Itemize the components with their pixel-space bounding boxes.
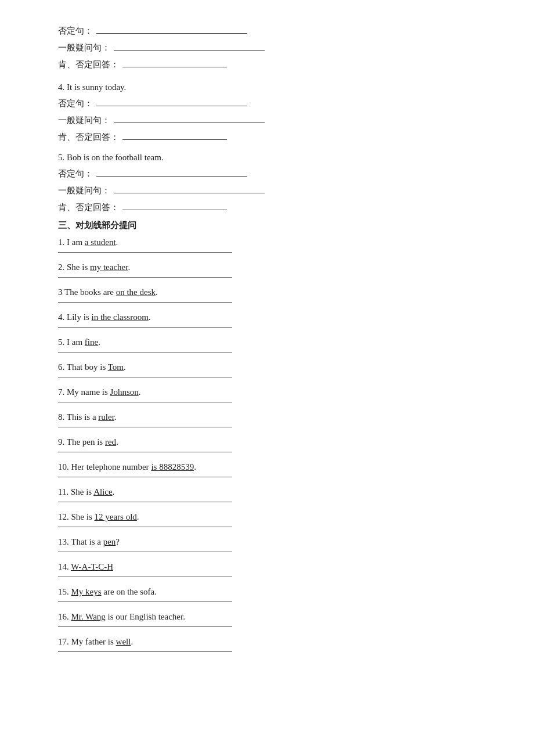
q9-prefix: 9. The pen is [58,437,105,447]
question-9-block: 9. The pen is red. [58,433,488,452]
s5-question-label: 一般疑问句： [58,183,110,199]
s4-negative-field[interactable] [96,96,247,106]
question-11-sentence: 11. She is Alice. [58,483,488,501]
q1-end: . [116,237,118,247]
s4-answer-row: 肯、否定回答： [58,129,488,145]
s4-negative-row: 否定句： [58,96,488,111]
q4-underline: in the classroom [92,312,149,322]
question-13-answer-line[interactable] [58,552,232,552]
question-8-block: 8. This is a ruler. [58,408,488,427]
q8-underline: ruler [98,412,114,422]
question-13-block: 13. That is a pen? [58,533,488,552]
question-6-answer-line[interactable] [58,377,232,377]
question-16-block: 16. Mr. Wang is our English teacher. [58,608,488,627]
question-15-sentence: 15. My keys are on the sofa. [58,583,488,600]
top-negative-field[interactable] [96,23,247,34]
question-14-answer-line[interactable] [58,577,232,577]
q7-prefix: 7. My name is [58,387,110,397]
q1-num: 1. I am [58,237,85,247]
question-9-sentence: 9. The pen is red. [58,433,488,451]
s5-answer-row: 肯、否定回答： [58,200,488,215]
q3-underline: on the desk [116,287,156,297]
question-1-answer-line[interactable] [58,252,232,253]
question-7-block: 7. My name is Johnson. [58,383,488,402]
question-17-block: 17. My father is well. [58,633,488,652]
q6-prefix: 6. That boy is [58,362,108,372]
s4-question-field[interactable] [114,113,265,123]
q16-underline: Mr. Wang [71,612,106,621]
s4-question-row: 一般疑问句： [58,113,488,128]
question-6-sentence: 6. That boy is Tom. [58,358,488,376]
top-section: 否定句： 一般疑问句： 肯、否定回答： [58,23,488,73]
question-4-block: 4. Lily is in the classroom. [58,308,488,327]
q6-end: . [124,362,126,372]
question-10-block: 10. Her telephone number is 88828539. [58,458,488,477]
question-8-sentence: 8. This is a ruler. [58,408,488,426]
q13-end: ? [116,537,120,546]
question-3-sentence: 3 The books are on the desk. [58,283,488,301]
sentence4-text: 4. It is sunny today. [58,78,488,96]
question-3-block: 3 The books are on the desk. [58,283,488,303]
question-15-answer-line[interactable] [58,602,232,602]
top-question-field[interactable] [114,40,265,51]
q13-underline: pen [103,537,116,546]
question-2-sentence: 2. She is my teacher. [58,258,488,276]
question-2-block: 2. She is my teacher. [58,258,488,278]
q7-underline: Johnson [110,387,139,397]
question-4-sentence: 4. Lily is in the classroom. [58,308,488,326]
question-14-sentence: 14. W-A-T-C-H [58,558,488,575]
question-11-block: 11. She is Alice. [58,483,488,502]
s5-answer-field[interactable] [122,200,227,210]
question-5-block: 5. I am fine. [58,333,488,352]
question-16-answer-line[interactable] [58,627,232,627]
q15-rest: are on the sofa. [102,587,157,596]
top-question-label: 一般疑问句： [58,40,110,56]
top-answer-label: 肯、否定回答： [58,57,119,73]
q10-end: . [194,462,196,471]
q14-num: 14. [58,562,71,571]
question-7-answer-line[interactable] [58,402,232,402]
q12-end: . [137,512,139,521]
q10-underline: is 88828539 [151,462,194,471]
q2-underline: my teacher [90,262,128,272]
q17-underline: well [116,637,131,646]
s5-question-field[interactable] [114,183,265,193]
question-7-sentence: 7. My name is Johnson. [58,383,488,401]
q2-end: . [128,262,130,272]
q4-prefix: 4. Lily is [58,312,92,322]
q3-prefix: 3 The books are [58,287,116,297]
top-answer-row: 肯、否定回答： [58,57,488,73]
q4-end: . [149,312,151,322]
question-4-answer-line[interactable] [58,327,232,327]
question-16-sentence: 16. Mr. Wang is our English teacher. [58,608,488,625]
top-answer-field[interactable] [122,57,227,67]
s5-negative-row: 否定句： [58,166,488,182]
q2-prefix: 2. She is [58,262,90,272]
question-12-answer-line[interactable] [58,527,232,527]
question-8-answer-line[interactable] [58,427,232,427]
question-17-answer-line[interactable] [58,651,232,652]
question-11-answer-line[interactable] [58,502,232,502]
q8-end: . [114,412,117,422]
q3-end: . [156,287,158,297]
question-13-sentence: 13. That is a pen? [58,533,488,550]
question-3-answer-line[interactable] [58,302,232,303]
top-negative-row: 否定句： [58,23,488,39]
question-5-sentence: 5. I am fine. [58,333,488,351]
q15-underline: My keys [71,587,102,596]
q12-underline: 12 years old [95,512,137,521]
s5-question-row: 一般疑问句： [58,183,488,199]
s4-answer-field[interactable] [122,129,227,140]
question-15-block: 15. My keys are on the sofa. [58,583,488,602]
question-5-answer-line[interactable] [58,352,232,352]
question-9-answer-line[interactable] [58,452,232,452]
question-17-sentence: 17. My father is well. [58,633,488,650]
q11-prefix: 11. She is [58,487,93,496]
q13-prefix: 13. That is a [58,537,103,546]
question-10-answer-line[interactable] [58,477,232,477]
question-12-block: 12. She is 12 years old. [58,508,488,527]
question-10-sentence: 10. Her telephone number is 88828539. [58,458,488,476]
s5-negative-field[interactable] [96,166,247,177]
q10-prefix: 10. Her telephone number [58,462,151,471]
question-2-answer-line[interactable] [58,277,232,278]
